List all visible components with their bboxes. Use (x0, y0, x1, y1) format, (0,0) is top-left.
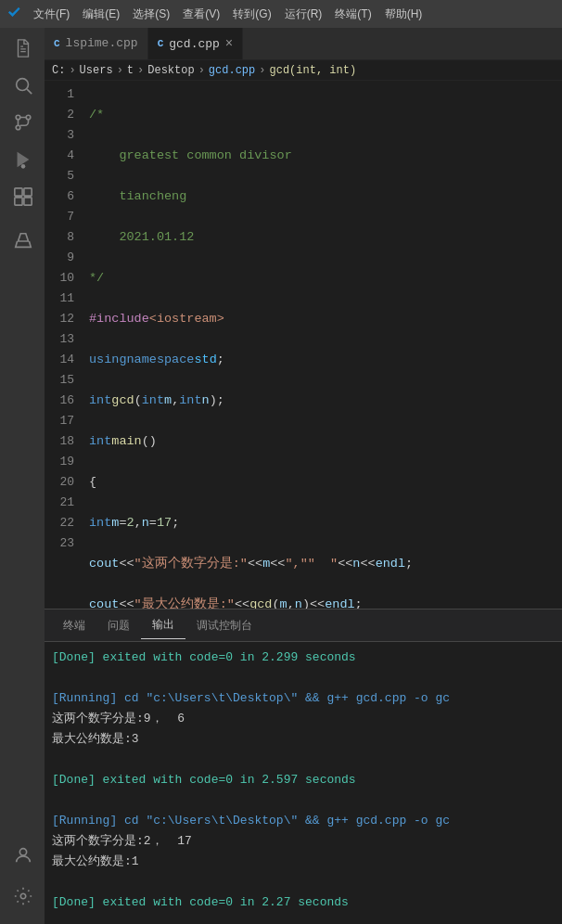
activity-files[interactable] (6, 32, 39, 65)
tab-gcd-label: gcd.cpp (169, 37, 220, 51)
breadcrumb-file: gcd.cpp (209, 64, 255, 77)
breadcrumb-func: gcd(int, int) (269, 64, 356, 77)
menu-terminal[interactable]: 终端(T) (329, 5, 377, 24)
tabs-bar: C lspime.cpp C gcd.cpp × (45, 28, 562, 60)
editor-area: C lspime.cpp C gcd.cpp × C: › Users › t … (45, 28, 562, 924)
breadcrumb-users: Users (80, 64, 113, 77)
code-line-13: cout<<"最大公约数是:"<<gcd(m,n)<<endl; (89, 595, 562, 609)
code-line-8: int gcd(int m,int n); (89, 391, 562, 411)
breadcrumb-t: t (127, 64, 134, 77)
titlebar: 文件(F) 编辑(E) 选择(S) 查看(V) 转到(G) 运行(R) 终端(T… (0, 0, 562, 28)
code-line-3: tiancheng (89, 186, 562, 207)
terminal-empty-4 (52, 872, 555, 892)
panel-tabs: 终端 问题 输出 调试控制台 (45, 610, 562, 642)
activity-settings[interactable] (6, 879, 39, 913)
tab-gcd[interactable]: C gcd.cpp × (148, 28, 244, 59)
terminal-empty-1 (52, 668, 555, 688)
activity-bottom (6, 839, 39, 917)
menu-goto[interactable]: 转到(G) (227, 5, 276, 24)
svg-rect-9 (15, 198, 22, 205)
terminal-line-11: 最大公约数是:1 (52, 852, 555, 872)
code-line-2: greatest common divisor (89, 146, 562, 166)
code-editor[interactable]: 12345 678910 1112131415 1617181920 21222… (45, 81, 562, 609)
terminal-empty-3 (52, 790, 555, 811)
breadcrumb: C: › Users › t › Desktop › gcd.cpp › gcd… (45, 60, 562, 81)
svg-rect-8 (24, 188, 32, 196)
main-layout: C lspime.cpp C gcd.cpp × C: › Users › t … (0, 28, 562, 924)
tab-lspime-label: lspime.cpp (66, 36, 138, 50)
activity-extensions[interactable] (6, 180, 39, 213)
activity-run-debug[interactable] (6, 143, 39, 176)
svg-point-0 (17, 79, 29, 91)
menu-view[interactable]: 查看(V) (177, 5, 225, 24)
vscode-icon (7, 6, 22, 21)
terminal-line-5: 最大公约数是:3 (52, 729, 555, 750)
tab-lspime[interactable]: C lspime.cpp (45, 28, 148, 59)
svg-point-4 (16, 125, 20, 130)
terminal-line-10: 这两个数字分是:2， 17 (52, 831, 555, 852)
code-line-6: #include<iostream> (89, 309, 562, 329)
code-line-10: { (89, 472, 562, 493)
tab-gcd-close[interactable]: × (225, 36, 233, 51)
code-line-5: */ (89, 268, 562, 289)
terminal-line-13: [Done] exited with code=0 in 2.27 second… (52, 892, 555, 913)
code-line-7: using namespace std; (89, 350, 562, 370)
terminal-line-9: [Running] cd "c:\Users\t\Desktop\" && g+… (52, 811, 555, 831)
terminal-line-7: [Done] exited with code=0 in 2.597 secon… (52, 770, 555, 790)
code-content: 12345 678910 1112131415 1617181920 21222… (45, 81, 562, 609)
svg-rect-7 (15, 188, 22, 196)
line-numbers: 12345 678910 1112131415 1617181920 21222… (45, 81, 82, 609)
activity-search[interactable] (6, 69, 39, 102)
tab-gcd-icon: C (158, 38, 164, 49)
panel-tab-output[interactable]: 输出 (141, 611, 185, 639)
menu-edit[interactable]: 编辑(E) (77, 5, 125, 24)
code-line-12: cout<<"这两个数字分是:"<<m<<"," " "<<n<<endl; (89, 554, 562, 574)
activity-test[interactable] (6, 225, 39, 258)
svg-line-1 (27, 89, 32, 94)
panel-tab-problems[interactable]: 问题 (96, 612, 141, 639)
svg-point-3 (26, 115, 31, 120)
code-text[interactable]: /* greatest common divisor tiancheng 202… (82, 81, 562, 609)
terminal-output: [Done] exited with code=0 in 2.299 secon… (45, 642, 562, 924)
svg-point-12 (20, 893, 26, 899)
terminal-line-4: 这两个数字分是:9， 6 (52, 709, 555, 729)
panel-tab-debug[interactable]: 调试控制台 (185, 612, 263, 639)
terminal-empty-2 (52, 750, 555, 770)
terminal-panel: 终端 问题 输出 调试控制台 [Done] exited with code=0… (45, 609, 562, 924)
menu-bar: 文件(F) 编辑(E) 选择(S) 查看(V) 转到(G) 运行(R) 终端(T… (28, 5, 428, 24)
panel-tab-terminal[interactable]: 终端 (52, 612, 96, 639)
menu-file[interactable]: 文件(F) (28, 5, 75, 24)
code-line-4: 2021.01.12 (89, 227, 562, 248)
menu-run[interactable]: 运行(R) (279, 5, 328, 24)
svg-point-11 (19, 849, 26, 855)
code-line-11: int m=2,n=17; (89, 513, 562, 533)
code-line-9: int main() (89, 431, 562, 452)
svg-point-2 (16, 115, 20, 120)
breadcrumb-c: C: (52, 64, 65, 77)
tab-lspime-icon: C (54, 38, 60, 49)
menu-select[interactable]: 选择(S) (127, 5, 175, 24)
code-line-1: /* (89, 105, 562, 125)
activity-account[interactable] (6, 839, 39, 872)
breadcrumb-desktop: Desktop (147, 64, 194, 77)
menu-help[interactable]: 帮助(H) (379, 5, 428, 24)
svg-point-6 (21, 164, 26, 169)
terminal-line-3: [Running] cd "c:\Users\t\Desktop\" && g+… (52, 688, 555, 709)
activity-source-control[interactable] (6, 106, 39, 139)
terminal-line-1: [Done] exited with code=0 in 2.299 secon… (52, 648, 555, 668)
activity-bar (0, 28, 45, 924)
svg-rect-10 (24, 198, 32, 205)
